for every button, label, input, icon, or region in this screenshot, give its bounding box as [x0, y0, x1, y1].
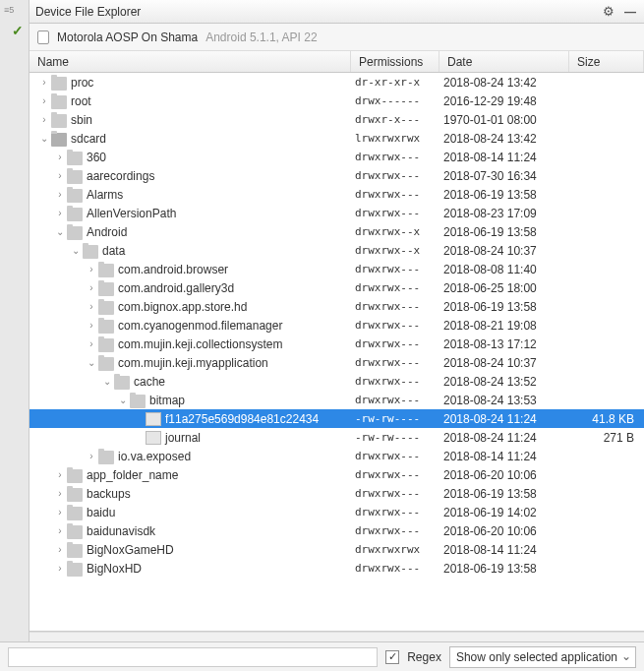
table-row[interactable]: ›app_folder_namedrwxrwx---2018-06-20 10:…	[29, 465, 644, 484]
device-name: Motorola AOSP On Shama	[57, 30, 198, 44]
folder-icon	[114, 376, 130, 390]
chevron-right-icon[interactable]: ›	[85, 338, 98, 349]
row-name: baidunavisdk	[87, 524, 155, 538]
row-date: 1970-01-01 08:00	[439, 113, 569, 127]
table-row[interactable]: ›procdr-xr-xr-x2018-08-24 13:42	[29, 73, 644, 92]
chevron-down-icon[interactable]: ⌄	[100, 376, 114, 387]
chevron-right-icon[interactable]: ›	[53, 469, 67, 480]
table-row[interactable]: ›baidunavisdkdrwxrwx---2018-06-20 10:06	[29, 521, 644, 540]
row-permissions: drwxrwx---	[351, 450, 439, 462]
table-row[interactable]: ⌄com.mujin.keji.myapplicationdrwxrwx---2…	[29, 353, 644, 372]
chevron-down-icon[interactable]: ⌄	[116, 395, 130, 405]
chevron-right-icon[interactable]: ›	[53, 507, 67, 518]
row-name: root	[71, 94, 91, 108]
col-size[interactable]: Size	[569, 51, 644, 72]
table-row[interactable]: ⌄bitmapdrwxrwx---2018-08-24 13:53	[29, 391, 644, 409]
minimize-icon[interactable]: —	[622, 4, 638, 20]
table-row[interactable]: ›360drwxrwx---2018-08-14 11:24	[29, 148, 644, 166]
table-row[interactable]: ›rootdrwx------2016-12-29 19:48	[29, 92, 644, 110]
table-row[interactable]: ⌄sdcardlrwxrwxrwx2018-08-24 13:42	[29, 129, 644, 148]
table-row[interactable]: f11a275e569d984e81c22434-rw-rw----2018-0…	[29, 409, 644, 428]
col-permissions[interactable]: Permissions	[351, 51, 439, 72]
table-row[interactable]: ⌄datadrwxrwx--x2018-08-24 10:37	[29, 241, 644, 260]
table-row[interactable]: ⌄Androiddrwxrwx--x2018-06-19 13:58	[29, 222, 644, 241]
chevron-down-icon[interactable]: ⌄	[37, 133, 51, 144]
folder-icon	[67, 208, 83, 221]
chevron-right-icon[interactable]: ›	[85, 264, 98, 274]
chevron-right-icon[interactable]: ›	[85, 301, 98, 312]
chevron-right-icon[interactable]: ›	[37, 77, 51, 88]
chevron-right-icon[interactable]: ›	[37, 95, 51, 106]
editor-gutter: ≡5 ✓	[0, 0, 29, 671]
gear-icon[interactable]: ⚙	[601, 4, 616, 20]
chevron-right-icon[interactable]: ›	[53, 525, 67, 536]
chevron-right-icon[interactable]: ›	[85, 320, 98, 331]
table-row[interactable]: ›com.android.browserdrwxrwx---2018-08-08…	[29, 260, 644, 278]
table-row[interactable]: ›backupsdrwxrwx---2018-06-19 13:58	[29, 484, 644, 503]
table-row[interactable]: ›BigNoxGameHDdrwxrwxrwx2018-08-14 11:24	[29, 540, 644, 559]
folder-icon	[67, 507, 83, 520]
chevron-down-icon[interactable]: ⌄	[85, 357, 98, 368]
row-date: 2018-08-24 10:37	[439, 356, 569, 370]
chevron-right-icon[interactable]: ›	[53, 189, 67, 200]
row-date: 2018-08-21 19:08	[439, 319, 569, 333]
table-header: Name Permissions Date Size	[29, 51, 644, 73]
row-name: sdcard	[71, 132, 106, 146]
col-date[interactable]: Date	[439, 51, 569, 72]
table-row[interactable]: ›com.cyanogenmod.filemanagerdrwxrwx---20…	[29, 316, 644, 335]
folder-icon	[98, 264, 114, 277]
chevron-right-icon[interactable]: ›	[53, 488, 67, 499]
folder-icon	[98, 282, 114, 296]
chevron-right-icon[interactable]: ›	[85, 282, 98, 293]
device-subtitle: Android 5.1.1, API 22	[205, 30, 317, 44]
filter-select[interactable]: Show only selected application	[449, 646, 636, 668]
folder-icon	[67, 525, 83, 539]
chevron-right-icon[interactable]: ›	[53, 152, 67, 162]
row-permissions: drwx------	[351, 94, 439, 107]
row-date: 2018-08-24 13:52	[439, 375, 569, 389]
table-row[interactable]: ›io.va.exposeddrwxrwx---2018-08-14 11:24	[29, 447, 644, 465]
chevron-down-icon[interactable]: ⌄	[69, 245, 83, 256]
row-permissions: drwxrwx---	[351, 487, 439, 500]
table-row[interactable]: ›baidudrwxrwx---2018-06-19 14:02	[29, 503, 644, 521]
row-permissions: drwxrwx---	[351, 207, 439, 219]
chevron-right-icon[interactable]: ›	[37, 114, 51, 125]
row-date: 2018-08-13 17:12	[439, 337, 569, 351]
chevron-right-icon[interactable]: ›	[53, 170, 67, 181]
filter-input[interactable]	[8, 647, 378, 667]
table-row[interactable]: ›com.mujin.keji.collectionsystemdrwxrwx-…	[29, 335, 644, 353]
chevron-down-icon[interactable]: ⌄	[53, 226, 67, 237]
row-permissions: drwxrwx---	[351, 263, 439, 275]
chevron-right-icon[interactable]: ›	[53, 563, 67, 574]
folder-icon	[67, 488, 83, 502]
table-row[interactable]: ⌄cachedrwxrwx---2018-08-24 13:52	[29, 372, 644, 391]
chevron-right-icon[interactable]: ›	[53, 208, 67, 218]
table-row[interactable]: ›aarecordingsdrwxrwx---2018-07-30 16:34	[29, 166, 644, 185]
row-name: cache	[134, 375, 165, 389]
device-selector[interactable]: Motorola AOSP On Shama Android 5.1.1, AP…	[29, 24, 644, 51]
table-row[interactable]: ›com.android.gallery3ddrwxrwx---2018-06-…	[29, 278, 644, 297]
col-name[interactable]: Name	[29, 51, 351, 72]
table-row[interactable]: ›BigNoxHDdrwxrwx---2018-06-19 13:58	[29, 559, 644, 578]
table-row[interactable]: journal-rw-rw----2018-08-24 11:24271 B	[29, 428, 644, 447]
chevron-right-icon[interactable]: ›	[85, 451, 98, 461]
row-date: 2018-06-19 13:58	[439, 225, 569, 239]
row-permissions: drwxrwxrwx	[351, 543, 439, 556]
row-date: 2018-08-14 11:24	[439, 543, 569, 557]
regex-checkbox[interactable]: ✓	[385, 650, 399, 664]
row-name: f11a275e569d984e81c22434	[165, 412, 319, 426]
table-row[interactable]: ›Alarmsdrwxrwx---2018-06-19 13:58	[29, 185, 644, 204]
table-row[interactable]: ›com.bignox.app.store.hddrwxrwx---2018-0…	[29, 297, 644, 316]
folder-icon	[51, 77, 67, 91]
file-tree[interactable]: ›procdr-xr-xr-x2018-08-24 13:42›rootdrwx…	[29, 73, 644, 632]
file-icon	[146, 431, 161, 445]
chevron-right-icon[interactable]: ›	[53, 544, 67, 555]
row-date: 2018-08-24 11:24	[439, 431, 569, 445]
row-name: com.bignox.app.store.hd	[118, 300, 247, 314]
table-row[interactable]: ›sbindrwxr-x---1970-01-01 08:00	[29, 110, 644, 129]
row-date: 2018-06-19 13:58	[439, 562, 569, 576]
table-row[interactable]: ›AllenVersionPathdrwxrwx---2018-08-23 17…	[29, 204, 644, 222]
row-date: 2018-06-20 10:06	[439, 468, 569, 482]
row-name: com.android.gallery3d	[118, 281, 234, 295]
row-name: sbin	[71, 113, 92, 127]
